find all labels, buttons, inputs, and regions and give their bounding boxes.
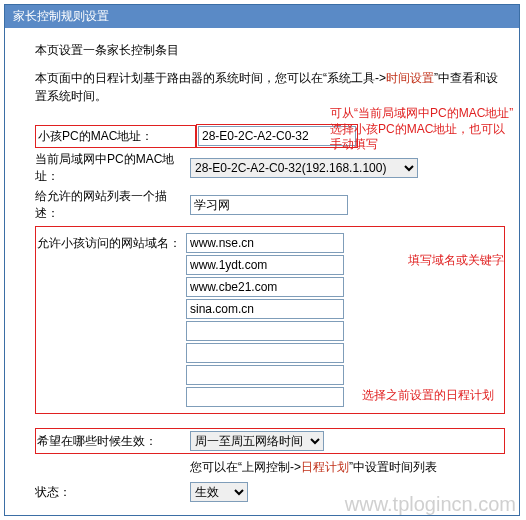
domains-label: 允许小孩访问的网站域名： [37,235,186,252]
status-label: 状态： [35,484,190,501]
time-settings-link[interactable]: 时间设置 [386,71,434,85]
schedule-hint: 您可以在“上网控制->日程计划”中设置时间列表 [190,458,505,476]
domain-input-2[interactable] [186,277,344,297]
watermark: www.tplogincn.com [345,493,516,516]
lan-mac-label: 当前局域网中PC的MAC地址： [35,151,190,185]
intro-line-1: 本页设置一条家长控制条目 [35,42,505,59]
schedule-select[interactable]: 周一至周五网络时间 [190,431,324,451]
desc-label: 给允许的网站列表一个描述： [35,188,190,222]
domain-input-7[interactable] [186,387,344,407]
domain-input-1[interactable] [186,255,344,275]
child-mac-label: 小孩PC的MAC地址： [35,125,196,148]
status-select[interactable]: 生效 [190,482,248,502]
domain-input-5[interactable] [186,343,344,363]
panel-title: 家长控制规则设置 [5,5,519,28]
domain-input-0[interactable] [186,233,344,253]
schedule-plan-link[interactable]: 日程计划 [301,460,349,474]
schedule-label: 希望在哪些时候生效： [37,433,190,450]
schedule-box: 希望在哪些时候生效： 周一至周五网络时间 [35,428,505,454]
intro-line-2: 本页面中的日程计划基于路由器的系统时间，您可以在“系统工具->时间设置”中查看和… [35,69,505,105]
lan-mac-select[interactable]: 28-E0-2C-A2-C0-32(192.168.1.100) [190,158,418,178]
domain-input-4[interactable] [186,321,344,341]
child-mac-input[interactable] [198,126,356,146]
domain-input-3[interactable] [186,299,344,319]
domains-box: 允许小孩访问的网站域名： [35,226,505,414]
desc-input[interactable] [190,195,348,215]
domain-input-6[interactable] [186,365,344,385]
